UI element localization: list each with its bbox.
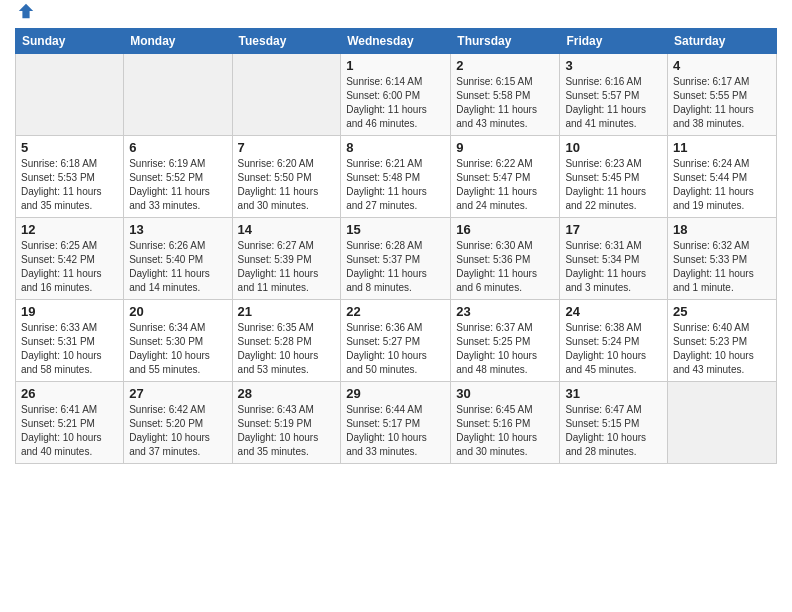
day-info: Sunrise: 6:44 AM Sunset: 5:17 PM Dayligh… (346, 403, 445, 459)
weekday-header: Monday (124, 29, 232, 54)
weekday-header: Sunday (16, 29, 124, 54)
day-info: Sunrise: 6:18 AM Sunset: 5:53 PM Dayligh… (21, 157, 118, 213)
calendar-week-row: 19Sunrise: 6:33 AM Sunset: 5:31 PM Dayli… (16, 300, 777, 382)
day-info: Sunrise: 6:16 AM Sunset: 5:57 PM Dayligh… (565, 75, 662, 131)
day-info: Sunrise: 6:19 AM Sunset: 5:52 PM Dayligh… (129, 157, 226, 213)
day-info: Sunrise: 6:34 AM Sunset: 5:30 PM Dayligh… (129, 321, 226, 377)
calendar-cell: 20Sunrise: 6:34 AM Sunset: 5:30 PM Dayli… (124, 300, 232, 382)
day-info: Sunrise: 6:15 AM Sunset: 5:58 PM Dayligh… (456, 75, 554, 131)
calendar-week-row: 12Sunrise: 6:25 AM Sunset: 5:42 PM Dayli… (16, 218, 777, 300)
logo (15, 10, 35, 20)
day-number: 29 (346, 386, 445, 401)
calendar-week-row: 26Sunrise: 6:41 AM Sunset: 5:21 PM Dayli… (16, 382, 777, 464)
day-info: Sunrise: 6:38 AM Sunset: 5:24 PM Dayligh… (565, 321, 662, 377)
calendar-cell: 5Sunrise: 6:18 AM Sunset: 5:53 PM Daylig… (16, 136, 124, 218)
calendar-cell: 25Sunrise: 6:40 AM Sunset: 5:23 PM Dayli… (668, 300, 777, 382)
calendar-cell: 4Sunrise: 6:17 AM Sunset: 5:55 PM Daylig… (668, 54, 777, 136)
day-info: Sunrise: 6:35 AM Sunset: 5:28 PM Dayligh… (238, 321, 336, 377)
calendar-cell: 7Sunrise: 6:20 AM Sunset: 5:50 PM Daylig… (232, 136, 341, 218)
calendar-cell: 3Sunrise: 6:16 AM Sunset: 5:57 PM Daylig… (560, 54, 668, 136)
day-number: 14 (238, 222, 336, 237)
calendar-cell: 13Sunrise: 6:26 AM Sunset: 5:40 PM Dayli… (124, 218, 232, 300)
day-info: Sunrise: 6:25 AM Sunset: 5:42 PM Dayligh… (21, 239, 118, 295)
calendar-cell (124, 54, 232, 136)
day-number: 21 (238, 304, 336, 319)
day-number: 25 (673, 304, 771, 319)
day-number: 26 (21, 386, 118, 401)
svg-marker-0 (19, 4, 33, 18)
day-number: 1 (346, 58, 445, 73)
day-info: Sunrise: 6:43 AM Sunset: 5:19 PM Dayligh… (238, 403, 336, 459)
calendar-cell: 30Sunrise: 6:45 AM Sunset: 5:16 PM Dayli… (451, 382, 560, 464)
day-number: 15 (346, 222, 445, 237)
day-info: Sunrise: 6:47 AM Sunset: 5:15 PM Dayligh… (565, 403, 662, 459)
weekday-header: Thursday (451, 29, 560, 54)
calendar-cell: 23Sunrise: 6:37 AM Sunset: 5:25 PM Dayli… (451, 300, 560, 382)
day-number: 6 (129, 140, 226, 155)
calendar-cell: 21Sunrise: 6:35 AM Sunset: 5:28 PM Dayli… (232, 300, 341, 382)
calendar-cell: 2Sunrise: 6:15 AM Sunset: 5:58 PM Daylig… (451, 54, 560, 136)
weekday-header: Wednesday (341, 29, 451, 54)
calendar-cell (16, 54, 124, 136)
calendar-cell: 24Sunrise: 6:38 AM Sunset: 5:24 PM Dayli… (560, 300, 668, 382)
calendar-cell: 31Sunrise: 6:47 AM Sunset: 5:15 PM Dayli… (560, 382, 668, 464)
day-number: 31 (565, 386, 662, 401)
day-number: 5 (21, 140, 118, 155)
calendar-cell: 17Sunrise: 6:31 AM Sunset: 5:34 PM Dayli… (560, 218, 668, 300)
day-info: Sunrise: 6:36 AM Sunset: 5:27 PM Dayligh… (346, 321, 445, 377)
day-info: Sunrise: 6:27 AM Sunset: 5:39 PM Dayligh… (238, 239, 336, 295)
day-number: 3 (565, 58, 662, 73)
day-info: Sunrise: 6:31 AM Sunset: 5:34 PM Dayligh… (565, 239, 662, 295)
day-info: Sunrise: 6:30 AM Sunset: 5:36 PM Dayligh… (456, 239, 554, 295)
day-info: Sunrise: 6:32 AM Sunset: 5:33 PM Dayligh… (673, 239, 771, 295)
day-info: Sunrise: 6:24 AM Sunset: 5:44 PM Dayligh… (673, 157, 771, 213)
calendar-cell: 27Sunrise: 6:42 AM Sunset: 5:20 PM Dayli… (124, 382, 232, 464)
day-number: 19 (21, 304, 118, 319)
calendar-cell: 19Sunrise: 6:33 AM Sunset: 5:31 PM Dayli… (16, 300, 124, 382)
calendar-cell: 22Sunrise: 6:36 AM Sunset: 5:27 PM Dayli… (341, 300, 451, 382)
day-number: 7 (238, 140, 336, 155)
logo-icon (17, 2, 35, 20)
page-container: SundayMondayTuesdayWednesdayThursdayFrid… (0, 0, 792, 612)
day-number: 12 (21, 222, 118, 237)
day-number: 22 (346, 304, 445, 319)
day-number: 2 (456, 58, 554, 73)
day-info: Sunrise: 6:28 AM Sunset: 5:37 PM Dayligh… (346, 239, 445, 295)
day-number: 10 (565, 140, 662, 155)
weekday-header: Tuesday (232, 29, 341, 54)
day-number: 20 (129, 304, 226, 319)
calendar-cell: 12Sunrise: 6:25 AM Sunset: 5:42 PM Dayli… (16, 218, 124, 300)
day-info: Sunrise: 6:33 AM Sunset: 5:31 PM Dayligh… (21, 321, 118, 377)
calendar-cell: 1Sunrise: 6:14 AM Sunset: 6:00 PM Daylig… (341, 54, 451, 136)
day-info: Sunrise: 6:14 AM Sunset: 6:00 PM Dayligh… (346, 75, 445, 131)
day-number: 9 (456, 140, 554, 155)
day-info: Sunrise: 6:37 AM Sunset: 5:25 PM Dayligh… (456, 321, 554, 377)
day-info: Sunrise: 6:21 AM Sunset: 5:48 PM Dayligh… (346, 157, 445, 213)
calendar-cell: 29Sunrise: 6:44 AM Sunset: 5:17 PM Dayli… (341, 382, 451, 464)
day-info: Sunrise: 6:45 AM Sunset: 5:16 PM Dayligh… (456, 403, 554, 459)
day-number: 30 (456, 386, 554, 401)
calendar-cell (232, 54, 341, 136)
day-info: Sunrise: 6:17 AM Sunset: 5:55 PM Dayligh… (673, 75, 771, 131)
day-number: 23 (456, 304, 554, 319)
calendar-cell: 8Sunrise: 6:21 AM Sunset: 5:48 PM Daylig… (341, 136, 451, 218)
calendar-header-row: SundayMondayTuesdayWednesdayThursdayFrid… (16, 29, 777, 54)
day-info: Sunrise: 6:23 AM Sunset: 5:45 PM Dayligh… (565, 157, 662, 213)
day-info: Sunrise: 6:20 AM Sunset: 5:50 PM Dayligh… (238, 157, 336, 213)
day-number: 18 (673, 222, 771, 237)
calendar-week-row: 1Sunrise: 6:14 AM Sunset: 6:00 PM Daylig… (16, 54, 777, 136)
calendar-table: SundayMondayTuesdayWednesdayThursdayFrid… (15, 28, 777, 464)
calendar-cell: 9Sunrise: 6:22 AM Sunset: 5:47 PM Daylig… (451, 136, 560, 218)
calendar-cell: 11Sunrise: 6:24 AM Sunset: 5:44 PM Dayli… (668, 136, 777, 218)
day-number: 13 (129, 222, 226, 237)
calendar-cell: 26Sunrise: 6:41 AM Sunset: 5:21 PM Dayli… (16, 382, 124, 464)
calendar-week-row: 5Sunrise: 6:18 AM Sunset: 5:53 PM Daylig… (16, 136, 777, 218)
calendar-cell: 18Sunrise: 6:32 AM Sunset: 5:33 PM Dayli… (668, 218, 777, 300)
day-info: Sunrise: 6:41 AM Sunset: 5:21 PM Dayligh… (21, 403, 118, 459)
day-number: 24 (565, 304, 662, 319)
calendar-cell: 10Sunrise: 6:23 AM Sunset: 5:45 PM Dayli… (560, 136, 668, 218)
day-number: 27 (129, 386, 226, 401)
day-info: Sunrise: 6:26 AM Sunset: 5:40 PM Dayligh… (129, 239, 226, 295)
day-number: 17 (565, 222, 662, 237)
calendar-cell: 16Sunrise: 6:30 AM Sunset: 5:36 PM Dayli… (451, 218, 560, 300)
